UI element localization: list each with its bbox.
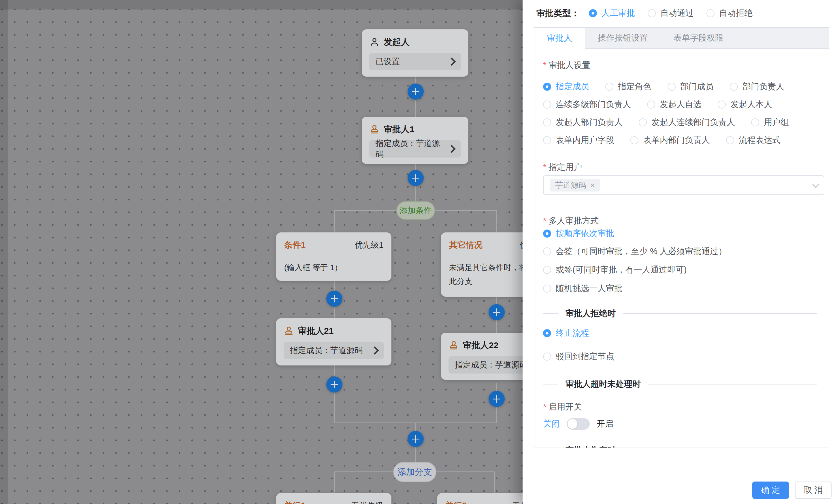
mode-sequential-radio[interactable]: 按顺序依次审批 [543,228,614,239]
approver-type-dept-member-radio[interactable]: 部门成员 [668,81,714,93]
approver1-node-summary-row[interactable]: 指定成员：芋道源码 [369,140,461,157]
chevron-right-icon [371,347,379,355]
approver-type-role-radio[interactable]: 指定角色 [605,81,651,93]
radio-label: 会签（可同时审批，至少 % 人必须审批通过） [556,246,727,257]
reject-terminate-radio[interactable]: 终止流程 [543,327,589,339]
radio-dot-icon [543,118,551,126]
radio-dot-icon [647,101,655,108]
tab-button-settings[interactable]: 操作按钮设置 [585,28,661,48]
condition1-expression: (输入框 等于 1） [284,261,383,275]
radio-label: 自动通过 [660,7,694,19]
add-node-button[interactable] [326,291,342,307]
start-node-title: 发起人 [369,36,461,48]
enable-switch-label: 启用开关 [543,401,582,413]
approver21-node-card[interactable]: 审批人21 指定成员：芋道源码 [276,318,391,366]
start-node-label: 发起人 [384,36,410,48]
radio-dot-icon [668,83,675,91]
add-node-button[interactable] [326,376,342,393]
approver-type-user-group-radio[interactable]: 用户组 [751,117,789,128]
timeout-enable-toggle[interactable] [567,418,590,430]
approval-type-manual-radio[interactable]: 人工审批 [589,7,635,19]
connector [334,210,335,232]
radio-dot-icon [543,353,551,360]
condition-else-title: 其它情况 [449,239,482,251]
approver-setting-row4: 表单内用户字段 表单内部门负责人 流程表达式 [543,134,781,146]
approver-type-initiator-dept-leader-radio[interactable]: 发起人部门负责人 [543,117,623,128]
mode-random-radio[interactable]: 随机挑选一人审批 [543,283,623,294]
tab-approver[interactable]: 审批人 [534,28,585,49]
stamp-icon [284,326,294,336]
radio-dot-icon [543,266,551,274]
add-node-button[interactable] [489,391,505,407]
approver21-node-label: 审批人21 [298,325,333,337]
radio-dot-icon [751,118,759,126]
approver1-node-summary: 指定成员：芋道源码 [376,138,445,160]
radio-label: 发起人连续部门负责人 [651,117,735,128]
settings-tabs-card: 审批人 操作按钮设置 表单字段权限 审批人设置 指定成员 指定角色 [534,27,829,448]
approver-type-initiator-self-radio[interactable]: 发起人本人 [718,99,772,110]
cancel-button[interactable]: 取 消 [795,481,832,499]
radio-label: 驳回到指定节点 [556,351,614,362]
radio-label: 表单内部门负责人 [643,134,710,146]
radio-label: 发起人自选 [660,99,701,110]
connector [334,472,335,493]
approver-type-process-expression-radio[interactable]: 流程表达式 [726,134,781,146]
radio-label: 流程表达式 [739,134,781,146]
radio-label: 发起人本人 [730,99,772,110]
add-condition-button[interactable]: 添加条件 [396,201,435,220]
tab-form-field-permissions[interactable]: 表单字段权限 [661,28,736,48]
add-node-button[interactable] [408,83,424,100]
add-node-button[interactable] [489,304,505,320]
radio-label: 表单内用户字段 [556,134,614,146]
confirm-button[interactable]: 确 定 [752,481,789,499]
condition1-node-card[interactable]: 条件1 优先级1 (输入框 等于 1） [276,232,391,281]
approver-settings-drawer: 审批类型： 人工审批 自动通过 自动拒绝 审批人 操作按钮设置 表单字段权限 [523,0,833,504]
mode-countersign-radio[interactable]: 会签（可同时审批，至少 % 人必须审批通过） [543,246,727,257]
mode-sequential-option: 按顺序依次审批 [543,228,614,239]
radio-label: 指定成员 [556,81,589,93]
approver-type-form-dept-leader-radio[interactable]: 表单内部门负责人 [630,134,710,146]
approver21-node-title: 审批人21 [284,325,384,337]
start-node-summary-row[interactable]: 已设置 [369,53,461,70]
parallel2-title: 并行2 [445,500,467,504]
radio-label: 发起人部门负责人 [556,117,623,128]
add-branch-label: 添加分支 [398,466,432,478]
reject-return-node-radio[interactable]: 驳回到指定节点 [543,351,614,362]
mode-random-option: 随机挑选一人审批 [543,283,623,294]
approver21-node-summary-row[interactable]: 指定成员：芋道源码 [284,342,384,359]
approver-type-initiator-multi-dept-leader-radio[interactable]: 发起人连续部门负责人 [639,117,735,128]
reject-divider: 审批人拒绝时 [543,313,817,314]
enable-switch-row: 关闭 开启 [543,418,613,430]
tab-label: 表单字段权限 [673,32,723,44]
assign-user-select[interactable]: 芋道源码 × [543,175,824,195]
connector [334,364,335,423]
add-node-button[interactable] [408,431,424,447]
radio-dot-icon [605,83,613,91]
reject-terminate-option: 终止流程 [543,327,589,339]
approval-type-auto-approve-radio[interactable]: 自动通过 [648,7,694,19]
chevron-down-icon [812,181,819,188]
radio-dot-icon [543,136,551,144]
radio-label: 部门成员 [680,81,714,93]
radio-label: 或签(可同时审批，有一人通过即可) [556,264,687,276]
mode-orsign-radio[interactable]: 或签(可同时审批，有一人通过即可) [543,264,687,276]
parallel1-node-card[interactable]: 并行1 无优先级 [276,493,391,504]
approver-type-dept-leader-radio[interactable]: 部门负责人 [730,81,784,93]
add-node-button[interactable] [408,170,424,186]
add-branch-button[interactable]: 添加分支 [393,462,436,482]
approver-type-multi-level-leader-radio[interactable]: 连续多级部门负责人 [543,99,631,110]
start-node-card[interactable]: 发起人 已设置 [362,29,468,77]
approver-type-initiator-select-radio[interactable]: 发起人自选 [647,99,701,110]
approver-type-member-radio[interactable]: 指定成员 [543,81,589,93]
approver1-node-card[interactable]: 审批人1 指定成员：芋道源码 [362,117,468,164]
approver-type-form-user-field-radio[interactable]: 表单内用户字段 [543,134,614,146]
remove-tag-icon[interactable]: × [590,181,595,190]
approval-type-auto-reject-radio[interactable]: 自动拒绝 [707,7,753,19]
tab-bar: 审批人 操作按钮设置 表单字段权限 [534,28,829,49]
stamp-icon [369,124,380,134]
user-tag: 芋道源码 × [550,179,600,192]
approver-setting-label: 审批人设置 [543,59,590,71]
approver-form-pane[interactable]: 审批人设置 指定成员 指定角色 部门成员 部门负责人 [534,49,829,448]
empty-approver-divider-title: 审批人为空时 [558,445,623,448]
approver-setting-row3: 发起人部门负责人 发起人连续部门负责人 用户组 [543,117,789,128]
